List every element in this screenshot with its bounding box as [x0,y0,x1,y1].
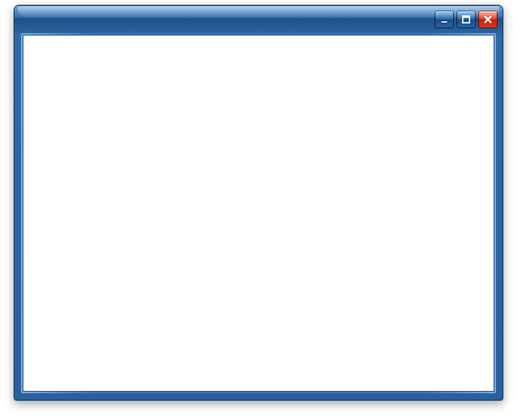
minimize-icon [439,15,449,24]
svg-rect-0 [441,21,448,23]
application-window [14,5,503,401]
svg-rect-2 [463,16,469,18]
titlebar[interactable] [15,6,502,33]
maximize-icon [461,15,471,24]
client-area [23,35,494,392]
maximize-button[interactable] [456,10,476,28]
window-frame [15,33,502,400]
close-icon [483,15,493,24]
minimize-button[interactable] [435,10,454,28]
window-frame-inner [21,33,496,393]
close-button[interactable] [478,10,498,28]
